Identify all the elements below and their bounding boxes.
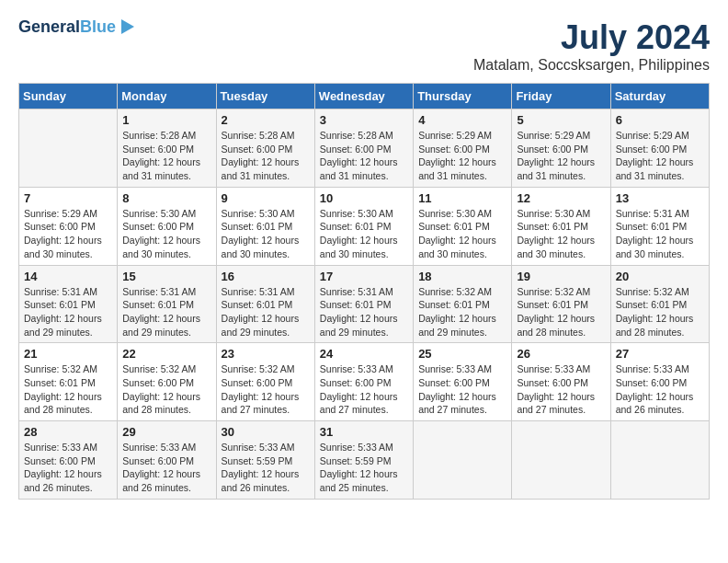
logo: GeneralBlue — [18, 18, 136, 37]
day-info: Sunrise: 5:30 AM Sunset: 6:01 PM Dayligh… — [222, 207, 310, 261]
day-number: 23 — [222, 347, 310, 361]
day-number: 18 — [418, 270, 506, 283]
day-number: 24 — [320, 347, 408, 361]
calendar-empty-cell — [610, 421, 709, 500]
calendar-day-10: 10Sunrise: 5:30 AM Sunset: 6:01 PM Dayli… — [314, 187, 413, 265]
calendar-day-3: 3Sunrise: 5:28 AM Sunset: 6:00 PM Daylig… — [314, 109, 413, 188]
calendar-day-6: 6Sunrise: 5:29 AM Sunset: 6:00 PM Daylig… — [610, 109, 709, 188]
calendar-day-11: 11Sunrise: 5:30 AM Sunset: 6:01 PM Dayli… — [414, 187, 512, 265]
calendar-day-26: 26Sunrise: 5:33 AM Sunset: 6:00 PM Dayli… — [512, 343, 610, 421]
title-section: July 2024 Matalam, Soccsksargen, Philipp… — [473, 18, 710, 74]
calendar-day-4: 4Sunrise: 5:29 AM Sunset: 6:00 PM Daylig… — [414, 109, 512, 188]
calendar-day-20: 20Sunrise: 5:32 AM Sunset: 6:01 PM Dayli… — [610, 265, 709, 343]
day-number: 16 — [222, 270, 310, 283]
day-info: Sunrise: 5:33 AM Sunset: 6:00 PM Dayligh… — [122, 441, 210, 495]
calendar-day-1: 1Sunrise: 5:28 AM Sunset: 6:00 PM Daylig… — [118, 109, 216, 188]
calendar-day-15: 15Sunrise: 5:31 AM Sunset: 6:01 PM Dayli… — [118, 265, 216, 343]
day-info: Sunrise: 5:32 AM Sunset: 6:01 PM Dayligh… — [517, 285, 605, 339]
day-info: Sunrise: 5:33 AM Sunset: 6:00 PM Dayligh… — [24, 441, 112, 495]
day-number: 17 — [320, 270, 408, 283]
header-thursday: Thursday — [414, 84, 512, 109]
day-number: 11 — [418, 191, 506, 205]
calendar-day-18: 18Sunrise: 5:32 AM Sunset: 6:01 PM Dayli… — [414, 265, 512, 343]
calendar-day-28: 28Sunrise: 5:33 AM Sunset: 6:00 PM Dayli… — [19, 421, 118, 500]
day-info: Sunrise: 5:30 AM Sunset: 6:01 PM Dayligh… — [418, 207, 506, 261]
day-number: 29 — [122, 425, 210, 439]
day-number: 7 — [24, 191, 112, 205]
calendar-day-9: 9Sunrise: 5:30 AM Sunset: 6:01 PM Daylig… — [216, 187, 314, 265]
calendar-week-row: 21Sunrise: 5:32 AM Sunset: 6:01 PM Dayli… — [19, 343, 710, 421]
day-number: 21 — [24, 347, 112, 361]
day-info: Sunrise: 5:28 AM Sunset: 6:00 PM Dayligh… — [222, 129, 310, 183]
day-number: 14 — [24, 270, 112, 283]
calendar-day-19: 19Sunrise: 5:32 AM Sunset: 6:01 PM Dayli… — [512, 265, 610, 343]
calendar-day-12: 12Sunrise: 5:30 AM Sunset: 6:01 PM Dayli… — [512, 187, 610, 265]
day-number: 9 — [222, 191, 310, 205]
day-info: Sunrise: 5:30 AM Sunset: 6:00 PM Dayligh… — [122, 207, 210, 261]
day-info: Sunrise: 5:29 AM Sunset: 6:00 PM Dayligh… — [418, 129, 506, 183]
day-number: 2 — [222, 113, 310, 127]
header-sunday: Sunday — [19, 84, 118, 109]
page-header: GeneralBlue July 2024 Matalam, Soccsksar… — [18, 18, 710, 74]
day-info: Sunrise: 5:32 AM Sunset: 6:00 PM Dayligh… — [122, 362, 210, 417]
month-title: July 2024 — [473, 18, 710, 57]
calendar-day-22: 22Sunrise: 5:32 AM Sunset: 6:00 PM Dayli… — [118, 343, 216, 421]
day-number: 20 — [616, 270, 704, 283]
day-number: 25 — [418, 347, 506, 361]
logo-text: GeneralBlue — [18, 18, 116, 37]
calendar-day-13: 13Sunrise: 5:31 AM Sunset: 6:01 PM Dayli… — [610, 187, 709, 265]
day-info: Sunrise: 5:30 AM Sunset: 6:01 PM Dayligh… — [517, 207, 605, 261]
calendar-week-row: 14Sunrise: 5:31 AM Sunset: 6:01 PM Dayli… — [19, 265, 710, 343]
calendar-table: SundayMondayTuesdayWednesdayThursdayFrid… — [18, 83, 710, 500]
day-info: Sunrise: 5:32 AM Sunset: 6:01 PM Dayligh… — [418, 285, 506, 339]
calendar-week-row: 7Sunrise: 5:29 AM Sunset: 6:00 PM Daylig… — [19, 187, 710, 265]
day-number: 31 — [320, 425, 408, 439]
day-number: 26 — [517, 347, 605, 361]
day-info: Sunrise: 5:33 AM Sunset: 6:00 PM Dayligh… — [616, 362, 704, 417]
header-monday: Monday — [118, 84, 216, 109]
svg-marker-0 — [121, 19, 134, 34]
header-tuesday: Tuesday — [216, 84, 314, 109]
day-number: 6 — [616, 113, 704, 127]
day-info: Sunrise: 5:31 AM Sunset: 6:01 PM Dayligh… — [122, 285, 210, 339]
day-number: 30 — [222, 425, 310, 439]
calendar-empty-cell — [19, 109, 118, 188]
day-info: Sunrise: 5:33 AM Sunset: 5:59 PM Dayligh… — [222, 441, 310, 495]
day-info: Sunrise: 5:28 AM Sunset: 6:00 PM Dayligh… — [122, 129, 210, 183]
day-number: 10 — [320, 191, 408, 205]
day-number: 22 — [122, 347, 210, 361]
day-info: Sunrise: 5:32 AM Sunset: 6:00 PM Dayligh… — [222, 362, 310, 417]
day-info: Sunrise: 5:33 AM Sunset: 5:59 PM Dayligh… — [320, 441, 408, 495]
calendar-day-5: 5Sunrise: 5:29 AM Sunset: 6:00 PM Daylig… — [512, 109, 610, 188]
logo-arrow-icon — [118, 17, 136, 36]
day-info: Sunrise: 5:29 AM Sunset: 6:00 PM Dayligh… — [517, 129, 605, 183]
day-info: Sunrise: 5:33 AM Sunset: 6:00 PM Dayligh… — [517, 362, 605, 417]
day-info: Sunrise: 5:33 AM Sunset: 6:00 PM Dayligh… — [418, 362, 506, 417]
day-info: Sunrise: 5:33 AM Sunset: 6:00 PM Dayligh… — [320, 362, 408, 417]
day-info: Sunrise: 5:31 AM Sunset: 6:01 PM Dayligh… — [222, 285, 310, 339]
calendar-week-row: 28Sunrise: 5:33 AM Sunset: 6:00 PM Dayli… — [19, 421, 710, 500]
day-number: 27 — [616, 347, 704, 361]
calendar-day-29: 29Sunrise: 5:33 AM Sunset: 6:00 PM Dayli… — [118, 421, 216, 500]
day-number: 4 — [418, 113, 506, 127]
day-info: Sunrise: 5:28 AM Sunset: 6:00 PM Dayligh… — [320, 129, 408, 183]
calendar-day-23: 23Sunrise: 5:32 AM Sunset: 6:00 PM Dayli… — [216, 343, 314, 421]
day-number: 13 — [616, 191, 704, 205]
day-info: Sunrise: 5:31 AM Sunset: 6:01 PM Dayligh… — [616, 207, 704, 261]
calendar-day-16: 16Sunrise: 5:31 AM Sunset: 6:01 PM Dayli… — [216, 265, 314, 343]
location-title: Matalam, Soccsksargen, Philippines — [473, 57, 710, 74]
day-info: Sunrise: 5:29 AM Sunset: 6:00 PM Dayligh… — [24, 207, 112, 261]
calendar-day-7: 7Sunrise: 5:29 AM Sunset: 6:00 PM Daylig… — [19, 187, 118, 265]
calendar-week-row: 1Sunrise: 5:28 AM Sunset: 6:00 PM Daylig… — [19, 109, 710, 188]
calendar-day-24: 24Sunrise: 5:33 AM Sunset: 6:00 PM Dayli… — [314, 343, 413, 421]
day-number: 5 — [517, 113, 605, 127]
day-info: Sunrise: 5:30 AM Sunset: 6:01 PM Dayligh… — [320, 207, 408, 261]
day-number: 19 — [517, 270, 605, 283]
header-friday: Friday — [512, 84, 610, 109]
day-info: Sunrise: 5:31 AM Sunset: 6:01 PM Dayligh… — [24, 285, 112, 339]
day-info: Sunrise: 5:29 AM Sunset: 6:00 PM Dayligh… — [616, 129, 704, 183]
header-saturday: Saturday — [610, 84, 709, 109]
calendar-day-21: 21Sunrise: 5:32 AM Sunset: 6:01 PM Dayli… — [19, 343, 118, 421]
calendar-day-25: 25Sunrise: 5:33 AM Sunset: 6:00 PM Dayli… — [414, 343, 512, 421]
day-number: 8 — [122, 191, 210, 205]
